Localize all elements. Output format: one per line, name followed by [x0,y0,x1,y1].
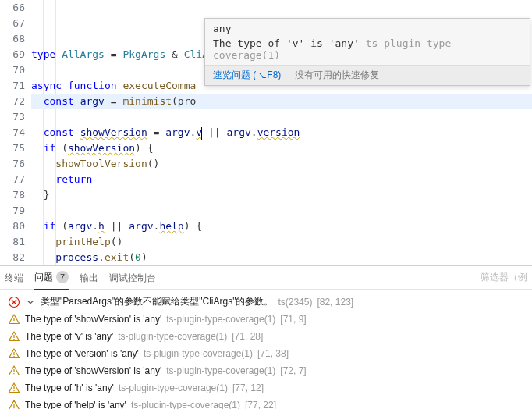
problem-message: The type of 'h' is 'any' [25,382,114,393]
hover-popup: any The type of 'v' is 'any' ts-plugin-t… [204,18,530,86]
problem-message: The type of 'showVersion' is 'any' [25,365,161,376]
problem-location: [71, 9] [280,314,306,325]
line-number: 75 [0,140,25,156]
code-line[interactable]: printHelp() [31,234,532,250]
line-number: 77 [0,172,25,187]
code-line[interactable]: if (showVersion) { [31,140,532,156]
tab-output[interactable]: 输出 [80,266,98,290]
svg-rect-2 [13,322,14,322]
problem-source: ts-plugin-type-coverage(1) [119,382,228,393]
problem-row[interactable]: The type of 'help' is 'any' ts-plugin-ty… [0,397,532,409]
warning-icon [8,399,20,409]
line-number: 71 [0,78,25,94]
line-number: 78 [0,187,25,203]
tab-debug-console[interactable]: 调试控制台 [109,266,156,290]
problem-location: [77, 12] [232,382,264,393]
hover-actions: 速览问题 (⌥F8) 没有可用的快速修复 [205,65,530,85]
problem-source: ts-plugin-type-coverage(1) [166,314,275,325]
problem-location: [71, 28] [232,331,263,342]
svg-rect-6 [13,356,14,357]
warning-icon [8,382,20,394]
editor-area[interactable]: 6667686970717273747576777879808182 type … [0,0,532,265]
hover-message-row: The type of 'v' is 'any' ts-plugin-type-… [205,36,530,65]
problem-location: [71, 38] [257,348,289,359]
line-number: 79 [0,203,25,219]
no-quickfix-label: 没有可用的快速修复 [295,69,379,80]
svg-rect-4 [13,339,14,340]
code-line[interactable] [31,109,532,125]
code-line[interactable]: return [31,172,532,187]
problems-count-badge: 7 [56,271,69,283]
problem-row[interactable]: The type of 'version' is 'any' ts-plugin… [0,345,532,362]
svg-rect-3 [13,335,14,338]
problem-source: ts-plugin-type-coverage(1) [118,331,227,342]
problem-location: [77, 22] [245,400,276,409]
problem-row[interactable]: 类型"ParsedArgs"的参数不能赋给类型"CliArgs"的参数。 ts(… [0,293,532,311]
line-number: 73 [0,109,25,125]
svg-rect-11 [13,404,14,407]
error-icon [8,296,20,308]
problem-source: ts-plugin-type-coverage(1) [144,348,253,359]
problem-message: The type of 'showVersion' is 'any' [25,314,161,325]
svg-rect-8 [13,373,14,374]
bottom-panel: 终端 问题 7 输出 调试控制台 筛选器（例 类型"ParsedArgs"的参数… [0,265,532,409]
line-number: 76 [0,156,25,172]
problem-message: The type of 'version' is 'any' [25,348,139,359]
problems-filter-input[interactable]: 筛选器（例 [481,271,527,284]
problem-row[interactable]: The type of 'h' is 'any' ts-plugin-type-… [0,379,532,397]
line-number: 82 [0,250,25,265]
svg-rect-9 [13,386,14,389]
code-line[interactable]: showToolVersion() [31,156,532,172]
code-line[interactable] [31,203,532,219]
line-number: 69 [0,47,25,62]
svg-rect-7 [13,369,14,372]
problem-message: 类型"ParsedArgs"的参数不能赋给类型"CliArgs"的参数。 [41,295,273,308]
code-line[interactable]: const showVersion = argv.v || argv.versi… [31,125,532,140]
tab-problems[interactable]: 问题 7 [34,266,69,290]
peek-problem-link[interactable]: 速览问题 (⌥F8) [213,69,281,80]
svg-rect-5 [13,352,14,355]
line-number: 81 [0,234,25,250]
warning-icon [8,330,20,343]
problem-message: The type of 'v' is 'any' [25,331,113,342]
problem-source: ts-plugin-type-coverage(1) [166,365,275,376]
svg-rect-12 [13,407,14,408]
problem-source: ts-plugin-type-coverage(1) [131,400,240,409]
code-line[interactable]: process.exit(0) [31,250,532,265]
line-number: 70 [0,62,25,78]
line-number: 68 [0,31,25,47]
problem-row[interactable]: The type of 'showVersion' is 'any' ts-pl… [0,311,532,328]
panel-tabs: 终端 问题 7 输出 调试控制台 筛选器（例 [0,266,532,290]
problem-source: ts(2345) [278,297,312,308]
warning-icon [8,347,20,360]
warning-icon [8,313,20,325]
line-number: 74 [0,125,25,140]
tab-terminal[interactable]: 终端 [5,266,23,290]
code-line[interactable]: } [31,187,532,203]
code-line[interactable]: if (argv.h || argv.help) { [31,219,532,234]
line-number-gutter: 6667686970717273747576777879808182 [0,0,31,265]
tab-problems-label: 问题 [34,265,53,289]
chevron-down-icon[interactable] [25,297,36,308]
line-number: 67 [0,16,25,31]
problems-list[interactable]: 类型"ParsedArgs"的参数不能赋给类型"CliArgs"的参数。 ts(… [0,290,532,409]
hover-message: The type of 'v' is 'any' [213,37,360,49]
warning-icon [8,365,20,377]
problem-row[interactable]: The type of 'showVersion' is 'any' ts-pl… [0,362,532,379]
problem-row[interactable]: The type of 'v' is 'any' ts-plugin-type-… [0,328,532,345]
svg-rect-10 [13,390,14,391]
svg-rect-1 [13,318,14,321]
problem-location: [82, 123] [317,297,353,308]
line-number: 80 [0,219,25,234]
line-number: 72 [0,94,25,109]
line-number: 66 [0,0,25,16]
code-line[interactable]: const argv = minimist(pro [31,94,532,109]
hover-type: any [205,19,530,36]
problem-location: [72, 7] [280,365,306,376]
problem-message: The type of 'help' is 'any' [25,400,126,409]
